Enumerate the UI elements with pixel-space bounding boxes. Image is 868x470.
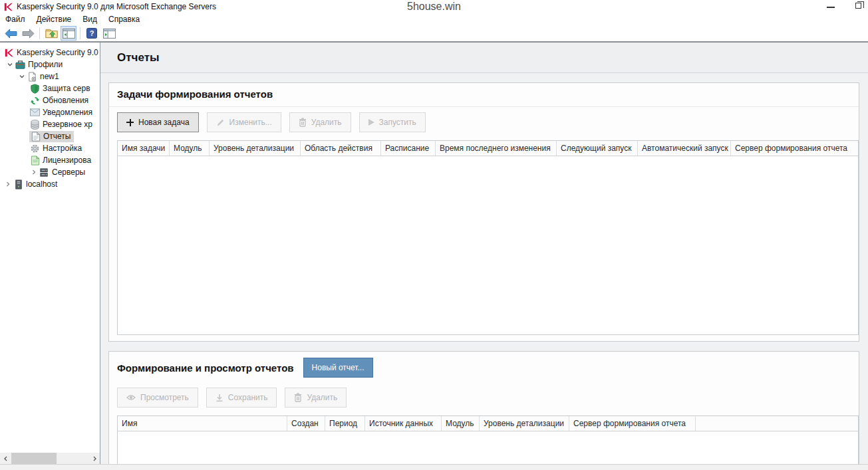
tree-item-label: Обновления	[41, 96, 88, 105]
menu-bar: Файл Действие Вид Справка	[0, 13, 868, 25]
up-one-level-button[interactable]	[43, 26, 59, 41]
watermark-text: 5house.win	[0, 1, 868, 13]
view-report-button-label: Просмотреть	[140, 393, 189, 402]
trash-icon	[294, 393, 302, 402]
tasks-section-title: Задачи формирования отчетов	[117, 88, 273, 100]
column-header[interactable]: Автоматический запуск	[638, 141, 731, 156]
page-title: Отчеты	[117, 51, 160, 64]
tree-item-label: localhost	[24, 179, 57, 189]
delete-task-button[interactable]: Удалить	[289, 112, 351, 132]
tree-horizontal-scrollbar[interactable]	[0, 453, 100, 464]
tree-item-notifications[interactable]: Уведомления	[0, 106, 100, 118]
profile-document-icon	[27, 72, 38, 82]
refresh-icon	[29, 96, 41, 106]
help-icon: ?	[86, 28, 97, 39]
server-tower-icon	[13, 179, 24, 189]
scroll-right-button[interactable]	[88, 453, 100, 464]
tree-item-backup-storage[interactable]: Резервное хр	[0, 118, 100, 130]
reports-section-header: Формирование и просмотр отчетов Новый от…	[109, 352, 859, 378]
tree-item-profiles[interactable]: Профили	[0, 59, 100, 70]
reports-table-body-empty	[118, 431, 858, 464]
reports-section-title: Формирование и просмотр отчетов	[117, 362, 294, 374]
database-icon	[29, 120, 41, 130]
reports-section: Формирование и просмотр отчетов Новый от…	[108, 351, 859, 464]
menu-help[interactable]: Справка	[108, 15, 146, 24]
tree-item-settings[interactable]: Настройка	[0, 142, 100, 154]
tree-item-licensing[interactable]: Лицензирова	[0, 154, 100, 166]
column-header[interactable]: Следующий запуск	[557, 141, 638, 156]
save-report-button-label: Сохранить	[228, 393, 268, 402]
menu-action[interactable]: Действие	[37, 15, 78, 24]
column-header-filler	[696, 416, 858, 431]
action-pane-toggle-button[interactable]	[101, 26, 117, 41]
back-button[interactable]	[3, 26, 19, 41]
tasks-table: Имя задачи Модуль Уровень детализации Об…	[117, 140, 859, 335]
gear-icon	[29, 144, 41, 154]
delete-task-button-label: Удалить	[311, 118, 342, 127]
save-report-button[interactable]: Сохранить	[206, 388, 277, 408]
view-report-button[interactable]: Просмотреть	[117, 388, 198, 408]
selected-tree-item: Отчеты	[29, 131, 74, 142]
column-header[interactable]: Модуль	[442, 416, 480, 431]
tree-item-localhost[interactable]: localhost	[0, 178, 100, 190]
details-pane: Отчеты Задачи формирования отчетов Новая…	[100, 43, 868, 464]
scrollbar-thumb[interactable]	[11, 453, 57, 464]
reports-table-header: Имя Создан Период Источник данных Модуль…	[118, 416, 858, 431]
column-header[interactable]: Создан	[287, 416, 325, 431]
menu-file[interactable]: Файл	[5, 15, 31, 24]
console-body: Kaspersky Security 9.0 дл Профили new1	[0, 41, 868, 464]
column-header[interactable]: Модуль	[170, 141, 210, 156]
status-bar	[0, 464, 868, 470]
delete-report-button-label: Удалить	[307, 393, 337, 402]
tree-item-updates[interactable]: Обновления	[0, 94, 100, 106]
help-button[interactable]: ?	[84, 26, 100, 41]
delete-report-button[interactable]: Удалить	[285, 388, 347, 408]
tree-item-console-root[interactable]: Kaspersky Security 9.0 дл	[0, 47, 100, 59]
title-bar: Kaspersky Security 9.0 для Microsoft Exc…	[0, 0, 868, 13]
new-task-button-label: Новая задача	[138, 118, 190, 127]
column-header[interactable]: Имя задачи	[118, 141, 170, 156]
column-header[interactable]: Уровень детализации	[210, 141, 301, 156]
folder-up-icon	[45, 28, 58, 39]
tasks-section-header: Задачи формирования отчетов	[109, 83, 859, 107]
column-header[interactable]: Расписание	[381, 141, 436, 156]
tree-item-new1[interactable]: new1	[0, 70, 100, 82]
minimize-button[interactable]	[827, 7, 835, 8]
new-report-button[interactable]: Новый отчет...	[303, 358, 373, 378]
forward-icon	[22, 29, 35, 39]
column-header[interactable]: Источник данных	[365, 416, 442, 431]
restore-button[interactable]	[855, 3, 861, 9]
download-icon	[216, 394, 223, 402]
forward-button[interactable]	[20, 26, 36, 41]
column-header[interactable]: Имя	[118, 416, 287, 431]
column-header[interactable]: Уровень детализации	[480, 416, 569, 431]
scroll-left-button[interactable]	[0, 453, 11, 464]
tree-item-label: Настройка	[41, 144, 82, 153]
tree-item-reports[interactable]: Отчеты	[0, 130, 100, 142]
column-header[interactable]: Сервер формирования отчета	[569, 416, 696, 431]
tasks-section: Задачи формирования отчетов Новая задача…	[108, 82, 859, 342]
chevron-right-icon[interactable]	[3, 181, 13, 187]
menu-view[interactable]: Вид	[82, 15, 103, 24]
toolbar: ?	[0, 25, 868, 41]
new-task-button[interactable]: Новая задача	[117, 112, 199, 132]
toolbar-separator	[39, 27, 40, 39]
tasks-table-header: Имя задачи Модуль Уровень детализации Об…	[118, 141, 858, 156]
chevron-down-icon[interactable]	[17, 73, 27, 80]
console-tree-toggle-button[interactable]	[61, 26, 76, 41]
chevron-right-icon[interactable]	[29, 169, 39, 176]
eye-icon	[126, 394, 136, 401]
edit-task-button[interactable]: Изменить...	[207, 112, 281, 132]
tree-item-label: Защита серв	[41, 84, 90, 93]
tree-item-servers[interactable]: Серверы	[0, 166, 100, 178]
column-header[interactable]: Период	[325, 416, 365, 431]
chevron-down-icon[interactable]	[5, 61, 15, 68]
kaspersky-logo-icon	[3, 49, 15, 57]
tree-item-label: Резервное хр	[41, 120, 92, 129]
column-header[interactable]: Время последнего изменения	[436, 141, 557, 156]
run-task-button[interactable]: Запустить	[359, 112, 426, 132]
column-header[interactable]: Сервер формирования отчета	[731, 141, 858, 156]
tasks-toolbar: Новая задача Изменить... Удалить Запусти…	[109, 107, 859, 138]
column-header[interactable]: Область действия	[301, 141, 381, 156]
tree-item-server-protection[interactable]: Защита серв	[0, 82, 100, 94]
